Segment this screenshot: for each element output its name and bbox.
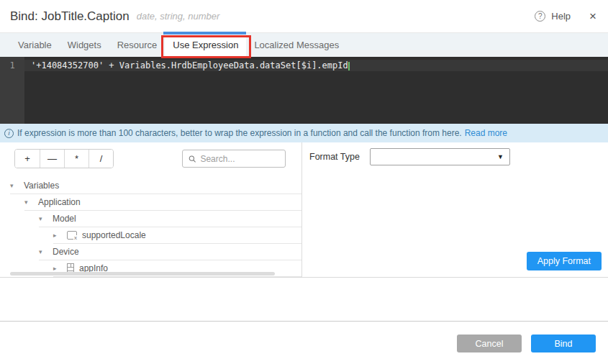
- content-area: + — * / ▾ Variables: [0, 142, 608, 278]
- search-input[interactable]: [200, 154, 279, 164]
- variables-panel: + — * / ▾ Variables: [0, 142, 302, 277]
- format-type-select[interactable]: ▼: [370, 148, 510, 165]
- tab-bar: Variable Widgets Resource Use Expression…: [0, 33, 608, 57]
- search-box[interactable]: [182, 150, 286, 168]
- tree-item-label: Variables: [24, 181, 59, 191]
- tree-item-label: Model: [53, 214, 76, 224]
- help-icon[interactable]: ?: [535, 11, 545, 22]
- editor-code-area[interactable]: '+14084352700' + Variables.HrdbEmployeeD…: [24, 57, 608, 124]
- close-icon[interactable]: ×: [589, 10, 596, 22]
- tab-localized-messages[interactable]: Localized Messages: [246, 33, 347, 57]
- array-icon: [67, 231, 77, 240]
- chevron-down-icon[interactable]: ▾: [10, 182, 17, 189]
- multiply-operator-button[interactable]: *: [64, 150, 89, 168]
- editor-gutter: 1: [0, 57, 24, 124]
- empty-section: [0, 278, 608, 321]
- tab-localized-messages-label: Localized Messages: [254, 40, 339, 50]
- chevron-down-icon[interactable]: ▾: [24, 199, 32, 206]
- chevron-right-icon[interactable]: ▸: [53, 265, 60, 272]
- tab-widgets-label: Widgets: [68, 40, 101, 50]
- dropdown-arrow-icon: ▼: [497, 153, 504, 160]
- expression-editor[interactable]: 1 '+14084352700' + Variables.HrdbEmploye…: [0, 57, 608, 124]
- info-message: If expression is more than 100 character…: [17, 128, 462, 138]
- format-panel: Format Type ▼ Apply Format: [302, 142, 608, 277]
- bind-button[interactable]: Bind: [531, 335, 596, 352]
- format-type-label: Format Type: [309, 152, 360, 162]
- tree-item-application[interactable]: ▾ Application: [24, 194, 301, 211]
- info-icon: i: [4, 129, 14, 138]
- chevron-down-icon[interactable]: ▾: [39, 215, 46, 222]
- variables-tree: ▾ Variables ▾ Application ▾ Model ▸ supp…: [0, 178, 301, 277]
- tab-use-expression[interactable]: Use Expression: [165, 33, 246, 57]
- cancel-button[interactable]: Cancel: [457, 335, 522, 352]
- chevron-right-icon[interactable]: ▸: [53, 232, 60, 239]
- format-type-row: Format Type ▼: [302, 148, 608, 165]
- expression-toolbar: + — * /: [0, 149, 301, 168]
- text-cursor: [348, 62, 350, 70]
- line-number: 1: [9, 60, 14, 70]
- dialog-subtitle: date, string, number: [137, 11, 220, 22]
- tree-item-label: Application: [38, 197, 81, 207]
- expression-code: '+14084352700' + Variables.HrdbEmployeeD…: [31, 60, 348, 70]
- minus-operator-button[interactable]: —: [40, 150, 64, 168]
- info-bar: i If expression is more than 100 charact…: [0, 124, 608, 142]
- active-tab-indicator: [163, 32, 246, 35]
- divide-operator-button[interactable]: /: [89, 150, 113, 168]
- dialog-footer: Cancel Bind: [0, 321, 608, 364]
- dialog-header: Bind: JobTitle.Caption date, string, num…: [0, 0, 608, 33]
- tab-variable-label: Variable: [18, 40, 52, 50]
- chevron-down-icon[interactable]: ▾: [39, 248, 46, 255]
- tree-item-label: Device: [53, 247, 79, 257]
- bind-dialog: Bind: JobTitle.Caption date, string, num…: [0, 0, 608, 364]
- plus-operator-button[interactable]: +: [15, 150, 40, 168]
- read-more-link[interactable]: Read more: [465, 128, 507, 138]
- tree-item-device[interactable]: ▾ Device: [39, 244, 301, 260]
- tree-item-variables[interactable]: ▾ Variables: [10, 178, 301, 194]
- tab-widgets[interactable]: Widgets: [60, 33, 109, 57]
- tab-resource[interactable]: Resource: [109, 33, 165, 57]
- tree-item-model[interactable]: ▾ Model: [39, 211, 301, 227]
- tab-variable[interactable]: Variable: [10, 33, 60, 57]
- tab-use-expression-label: Use Expression: [173, 40, 238, 50]
- horizontal-scrollbar[interactable]: [10, 272, 275, 276]
- tab-resource-label: Resource: [117, 40, 158, 50]
- header-actions: ? Help ×: [535, 10, 596, 22]
- editor-active-line[interactable]: '+14084352700' + Variables.HrdbEmployeeD…: [24, 60, 608, 71]
- operator-button-group: + — * /: [14, 149, 114, 168]
- tree-item-supportedlocale[interactable]: ▸ supportedLocale: [53, 227, 301, 244]
- search-icon: [189, 155, 196, 163]
- dialog-title: Bind: JobTitle.Caption: [10, 9, 130, 24]
- help-link[interactable]: Help: [551, 11, 571, 22]
- apply-format-button[interactable]: Apply Format: [527, 252, 602, 270]
- tree-item-label: supportedLocale: [82, 230, 146, 240]
